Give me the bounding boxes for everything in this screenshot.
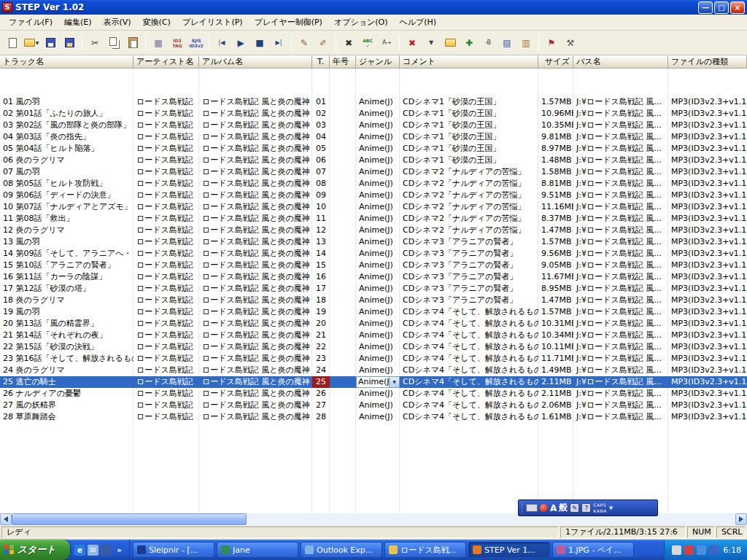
antivirus-icon[interactable]	[684, 545, 694, 555]
cell-filetype[interactable]: MP3(ID3v2.3+v1.1)	[668, 260, 747, 271]
cell-year[interactable]	[330, 260, 356, 271]
cell-filetype[interactable]: MP3(ID3v2.3+v1.1)	[668, 411, 747, 423]
cell-comment[interactable]: CDシネマ4「そして、解放されるもの」	[400, 365, 538, 376]
cell-genre[interactable]: Anime(J)	[356, 341, 400, 353]
cell-size[interactable]: 10.34MB	[538, 330, 573, 341]
cell-genre[interactable]: Anime(J)	[356, 248, 400, 260]
cell-filetype[interactable]: MP3(ID3v2.3+v1.1)	[668, 236, 747, 248]
cell-genre[interactable]: Anime(J)	[356, 330, 400, 341]
cell-track-no[interactable]: 06	[312, 155, 330, 166]
cell-comment[interactable]: CDシネマ2「ナルディアの苦悩」	[400, 213, 538, 225]
cell-album[interactable]: ロードス島戦記 風と炎の魔神	[199, 376, 312, 388]
cell-filetype[interactable]: MP3(ID3v2.3+v1.1)	[668, 353, 747, 365]
cell-track-no[interactable]: 08	[312, 178, 330, 190]
sjis-id3v2-button[interactable]: SJISID3v2	[187, 34, 205, 52]
cell-path[interactable]: J:¥ロードス島戦記 風...	[573, 318, 668, 330]
network-icon[interactable]	[697, 545, 706, 555]
cell-size[interactable]: 1.61MB	[538, 411, 573, 423]
cell-year[interactable]	[330, 341, 356, 353]
remove-tag-button[interactable]: ✖	[403, 34, 421, 52]
cell-year[interactable]	[330, 330, 356, 341]
track-row[interactable]: 14 第09話「そして、アラニアへ・・・」ロードス島戦記ロードス島戦記 風と炎の…	[0, 248, 747, 260]
cell-comment[interactable]: CDシネマ4「そして、解放されるもの」	[400, 306, 538, 318]
cell-size[interactable]: 8.97MB	[538, 143, 573, 155]
cell-genre[interactable]: Anime(J)	[356, 353, 400, 365]
cell-album[interactable]: ロードス島戦記 風と炎の魔神	[199, 306, 312, 318]
cell-year[interactable]	[330, 295, 356, 306]
settings-tool-button[interactable]: ⚒	[562, 34, 579, 52]
cell-track-name[interactable]: 03 第02話「風の部隊と炎の部隊」	[0, 120, 133, 131]
cell-year[interactable]	[330, 131, 356, 143]
cell-track-name[interactable]: 09 第06話「ディードの決意」	[0, 190, 133, 201]
taskbar-button-lodoss-folder[interactable]: ロードス島戦...	[384, 542, 466, 558]
cell-track-no[interactable]: 04	[312, 131, 330, 143]
cell-album[interactable]: ロードス島戦記 風と炎の魔神	[199, 166, 312, 178]
track-row[interactable]: 06 炎のラグリマロードス島戦記ロードス島戦記 風と炎の魔神06Anime(J)…	[0, 155, 747, 166]
track-row[interactable]: 18 炎のラグリマロードス島戦記ロードス島戦記 風と炎の魔神18Anime(J)…	[0, 295, 747, 306]
cell-comment[interactable]: CDシネマ2「ナルディアの苦悩」	[400, 190, 538, 201]
cell-comment[interactable]: CDシネマ1「砂漠の王国」	[400, 120, 538, 131]
column-header-size[interactable]: サイズ	[538, 55, 573, 69]
edit-tag-button[interactable]: ✎	[295, 34, 313, 52]
cell-artist[interactable]: ロードス島戦記	[133, 248, 199, 260]
cell-album[interactable]: ロードス島戦記 風と炎の魔神	[199, 225, 312, 236]
internet-explorer-icon[interactable]: e	[74, 545, 85, 556]
cell-size[interactable]: 8.37MB	[538, 213, 573, 225]
spell-abc-button[interactable]: ABC✓	[359, 34, 376, 52]
caps-indicator[interactable]: CAPS	[593, 502, 607, 508]
cell-genre[interactable]: Anime(J)	[356, 400, 400, 411]
cell-path[interactable]: J:¥ロードス島戦記 風...	[573, 330, 668, 341]
cell-filetype[interactable]: MP3(ID3v2.3+v1.1)	[668, 271, 747, 283]
cell-comment[interactable]: CDシネマ3「アラニアの賢者」	[400, 248, 538, 260]
cell-track-name[interactable]: 23 第16話「そして、解放されるもの」	[0, 353, 133, 365]
menu-item-edit[interactable]: 編集(E)	[58, 15, 98, 30]
cell-track-name[interactable]: 28 草原舞踏会	[0, 411, 133, 423]
delete-button[interactable]: ✖	[340, 34, 357, 52]
track-row[interactable]: 09 第06話「ディードの決意」ロードス島戦記ロードス島戦記 風と炎の魔神09A…	[0, 190, 747, 201]
cell-track-no[interactable]: 05	[312, 143, 330, 155]
save-as-button[interactable]	[61, 34, 78, 52]
cell-path[interactable]: J:¥ロードス島戦記 風...	[573, 225, 668, 236]
cell-artist[interactable]: ロードス島戦記	[133, 213, 199, 225]
cell-track-name[interactable]: 27 風の妖精界	[0, 400, 133, 411]
cell-year[interactable]	[330, 166, 356, 178]
cell-path[interactable]: J:¥ロードス島戦記 風...	[573, 283, 668, 295]
track-row[interactable]: 23 第16話「そして、解放されるもの」ロードス島戦記ロードス島戦記 風と炎の魔…	[0, 353, 747, 365]
cell-track-name[interactable]: 13 風の羽	[0, 236, 133, 248]
cell-year[interactable]	[330, 155, 356, 166]
show-desktop-icon[interactable]	[101, 545, 112, 556]
cell-track-name[interactable]: 11 第08話「救出」	[0, 213, 133, 225]
cell-track-name[interactable]: 12 炎のラグリマ	[0, 225, 133, 236]
cell-album[interactable]: ロードス島戦記 風と炎の魔神	[199, 400, 312, 411]
cell-genre[interactable]: Anime(J)	[356, 236, 400, 248]
cell-artist[interactable]: ロードス島戦記	[133, 353, 199, 365]
cell-artist[interactable]: ロードス島戦記	[133, 166, 199, 178]
cell-path[interactable]: J:¥ロードス島戦記 風...	[573, 166, 668, 178]
cell-track-name[interactable]: 06 炎のラグリマ	[0, 155, 133, 166]
cell-artist[interactable]: ロードス島戦記	[133, 341, 199, 353]
ime-tray-icon[interactable]	[709, 545, 719, 555]
cell-album[interactable]: ロードス島戦記 風と炎の魔神	[199, 131, 312, 143]
maximize-button[interactable]: □	[714, 1, 729, 14]
cell-track-no[interactable]: 01	[312, 96, 330, 108]
ime-language-icon[interactable]	[540, 504, 548, 512]
cell-track-no[interactable]: 24	[312, 365, 330, 376]
cell-path[interactable]: J:¥ロードス島戦記 風...	[573, 213, 668, 225]
track-row[interactable]: 13 風の羽ロードス島戦記ロードス島戦記 風と炎の魔神13Anime(J)CDシ…	[0, 236, 747, 248]
cell-track-name[interactable]: 16 第11話「カーラの陰謀」	[0, 271, 133, 283]
cell-album[interactable]: ロードス島戦記 風と炎の魔神	[199, 248, 312, 260]
cell-size[interactable]: 1.57MB	[538, 96, 573, 108]
track-row[interactable]: 20 第13話「風の精霊界」ロードス島戦記ロードス島戦記 風と炎の魔神20Ani…	[0, 318, 747, 330]
cell-album[interactable]: ロードス島戦記 風と炎の魔神	[199, 213, 312, 225]
genre-combo-value[interactable]: Anime(J)	[357, 377, 389, 387]
cell-comment[interactable]: CDシネマ1「砂漠の王国」	[400, 108, 538, 120]
cell-filetype[interactable]: MP3(ID3v2.3+v1.1)	[668, 295, 747, 306]
cell-album[interactable]: ロードス島戦記 風と炎の魔神	[199, 190, 312, 201]
cell-comment[interactable]: CDシネマ4「そして、解放されるもの」	[400, 341, 538, 353]
cell-year[interactable]	[330, 283, 356, 295]
cell-genre[interactable]: Anime(J)	[356, 166, 400, 178]
menu-item-convert[interactable]: 変換(C)	[137, 15, 177, 30]
cell-size[interactable]: 9.81MB	[538, 131, 573, 143]
cell-genre[interactable]: Anime(J)	[356, 108, 400, 120]
cell-year[interactable]	[330, 271, 356, 283]
